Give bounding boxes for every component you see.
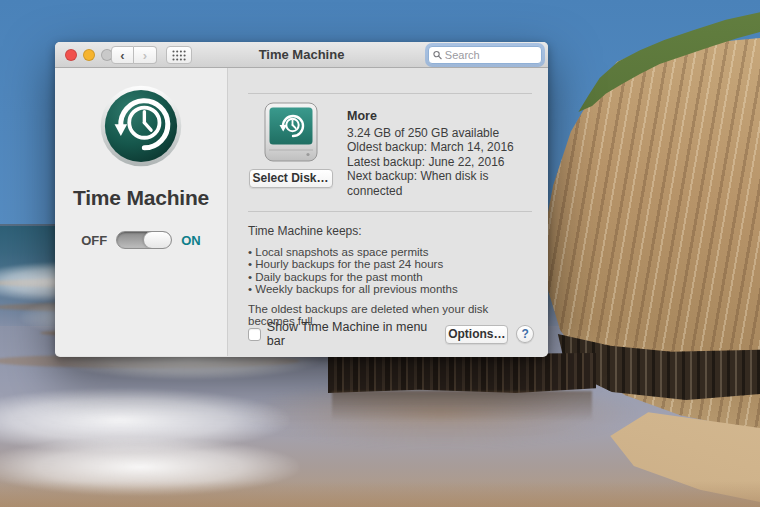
time-machine-toggle[interactable] — [116, 231, 172, 249]
select-disk-button[interactable]: Select Disk… — [249, 169, 333, 188]
backup-disk-info: More 3.24 GB of 250 GB available Oldest … — [347, 102, 532, 198]
oldest-backup: Oldest backup: March 14, 2016 — [347, 140, 532, 154]
separator — [248, 93, 532, 94]
show-in-menubar-checkbox[interactable] — [248, 328, 261, 341]
keeps-item: Local snapshots as space permits — [248, 246, 532, 258]
keeps-item: Daily backups for the past month — [248, 271, 532, 283]
backup-disk-icon — [263, 102, 319, 164]
backup-disk-section: Select Disk… More 3.24 GB of 250 GB avai… — [248, 102, 532, 198]
disk-name: More — [347, 109, 532, 123]
right-panel: Select Disk… More 3.24 GB of 250 GB avai… — [228, 68, 548, 356]
wallpaper-breakwater — [328, 353, 596, 393]
toggle-row: OFF ON — [81, 231, 201, 249]
keeps-list: Local snapshots as space permits Hourly … — [248, 246, 532, 296]
time-machine-preferences-window: ‹ › Time Machine — [55, 42, 548, 357]
options-button[interactable]: Options… — [445, 325, 508, 344]
disk-available: 3.24 GB of 250 GB available — [347, 126, 532, 140]
search-input[interactable] — [445, 49, 537, 61]
separator — [248, 211, 532, 212]
keeps-item: Weekly backups for all previous months — [248, 283, 532, 295]
footer-row: Show Time Machine in menu bar Options… ? — [248, 320, 534, 348]
latest-backup: Latest backup: June 22, 2016 — [347, 155, 532, 169]
time-machine-icon — [99, 84, 183, 168]
show-in-menubar-label: Show Time Machine in menu bar — [267, 320, 446, 348]
wallpaper-bottom-sand — [0, 481, 760, 507]
toggle-on-label: ON — [181, 233, 201, 248]
toggle-off-label: OFF — [81, 233, 107, 248]
next-backup: Next backup: When disk is connected — [347, 169, 532, 198]
keeps-item: Hourly backups for the past 24 hours — [248, 258, 532, 270]
search-field[interactable] — [428, 46, 542, 64]
keeps-heading: Time Machine keeps: — [248, 224, 532, 238]
search-icon — [433, 50, 442, 60]
toggle-knob[interactable] — [143, 231, 172, 249]
left-panel: Time Machine OFF ON — [55, 68, 228, 356]
titlebar[interactable]: ‹ › Time Machine — [55, 42, 548, 68]
wallpaper-breakwater-reflection — [332, 391, 592, 421]
help-button[interactable]: ? — [516, 325, 534, 343]
app-title: Time Machine — [73, 186, 209, 210]
